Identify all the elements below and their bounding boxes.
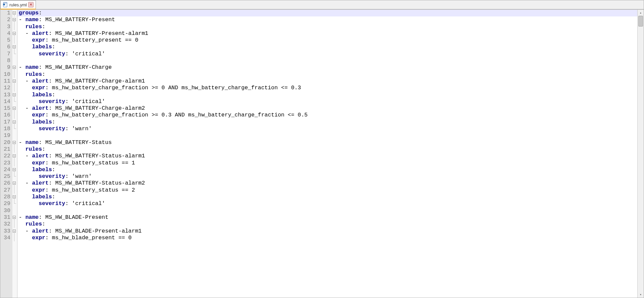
- code-token: :: [45, 112, 52, 118]
- code-token: :: [52, 166, 55, 173]
- code-line[interactable]: rules:: [17, 71, 637, 78]
- code-line[interactable]: expr: ms_hw_battery_status == 1: [17, 160, 637, 166]
- code-token: expr: [32, 187, 45, 193]
- code-line[interactable]: expr: ms_hw_blade_present == 0: [17, 235, 637, 241]
- code-line[interactable]: expr: ms_hw_battery_charge_fraction >= 0…: [17, 85, 637, 91]
- fold-cell[interactable]: [12, 44, 17, 50]
- vertical-scrollbar[interactable]: ▴ ▾: [637, 10, 644, 298]
- fold-cell[interactable]: [12, 10, 17, 16]
- code-token: :: [42, 221, 45, 227]
- code-token: rules: [25, 146, 42, 152]
- code-line[interactable]: labels:: [17, 194, 637, 200]
- line-number: 27: [4, 187, 10, 194]
- code-line[interactable]: expr: ms_hw_battery_charge_fraction >= 0…: [17, 112, 637, 118]
- fold-gutter[interactable]: [12, 10, 17, 298]
- code-line[interactable]: - name: MS_HW_BATTERY-Status: [17, 139, 637, 146]
- code-token: MS_HW_BATTERY-Charge: [45, 64, 112, 70]
- code-line[interactable]: labels:: [17, 166, 637, 173]
- fold-cell[interactable]: [12, 153, 17, 159]
- code-area[interactable]: groups:- name: MS_HW_BATTERY-Present rul…: [17, 10, 637, 298]
- code-token: labels: [32, 194, 52, 200]
- code-line[interactable]: severity: 'critical': [17, 51, 637, 57]
- fold-cell[interactable]: [12, 214, 17, 221]
- fold-cell[interactable]: [12, 119, 17, 126]
- code-token: rules: [25, 221, 42, 227]
- code-line[interactable]: - name: MS_HW_BATTERY-Present: [17, 16, 637, 23]
- code-token: [19, 235, 32, 241]
- code-line[interactable]: severity: 'warn': [17, 173, 637, 180]
- code-token: [19, 112, 32, 118]
- code-line[interactable]: labels:: [17, 119, 637, 126]
- fold-cell[interactable]: [12, 105, 17, 112]
- code-token: groups: [19, 10, 39, 16]
- code-line[interactable]: - alert: MS_HW_BATTERY-Status-alarm2: [17, 180, 637, 187]
- code-line[interactable]: [17, 207, 637, 214]
- code-token: MS_HW_BATTERY-Status-alarm1: [55, 153, 145, 159]
- code-line[interactable]: - alert: MS_HW_BATTERY-Status-alarm1: [17, 153, 637, 159]
- fold-cell[interactable]: [12, 180, 17, 187]
- line-number: 22: [4, 153, 10, 159]
- line-number: 4: [4, 30, 10, 37]
- code-token: [19, 85, 32, 91]
- svg-rect-1: [3, 2, 7, 4]
- tab-bar: rules.yml ✕: [0, 0, 644, 9]
- code-line[interactable]: rules:: [17, 221, 637, 228]
- code-token: name: [25, 16, 39, 23]
- code-token: MS_HW_BATTERY-Present-alarm1: [55, 30, 148, 37]
- fold-cell[interactable]: [12, 64, 17, 71]
- code-line[interactable]: [17, 132, 637, 139]
- fold-cell[interactable]: [12, 166, 17, 173]
- code-line[interactable]: severity: 'critical': [17, 98, 637, 105]
- code-line[interactable]: severity: 'warn': [17, 126, 637, 132]
- scrollbar-thumb[interactable]: [638, 16, 643, 27]
- svg-rect-2: [3, 4, 5, 5]
- code-token: :: [52, 194, 55, 200]
- fold-cell[interactable]: [12, 194, 17, 200]
- code-token: MS_HW_BLADE-Present-alarm1: [55, 228, 142, 234]
- scrollbar-track[interactable]: [638, 16, 644, 292]
- code-line[interactable]: - alert: MS_HW_BATTERY-Present-alarm1: [17, 30, 637, 37]
- fold-cell[interactable]: [12, 92, 17, 98]
- code-line[interactable]: [17, 57, 637, 64]
- code-line[interactable]: expr: ms_hw_battery_present == 0: [17, 37, 637, 44]
- code-token: :: [42, 146, 45, 152]
- fold-cell: [12, 85, 17, 91]
- fold-cell[interactable]: [12, 30, 17, 37]
- code-token: -: [19, 16, 25, 23]
- code-line[interactable]: - alert: MS_HW_BLADE-Present-alarm1: [17, 228, 637, 235]
- code-line[interactable]: labels:: [17, 44, 637, 50]
- code-line[interactable]: rules:: [17, 23, 637, 30]
- fold-cell: [12, 207, 17, 214]
- code-token: :: [49, 30, 55, 37]
- fold-cell: [12, 200, 17, 207]
- code-token: alert: [32, 30, 49, 37]
- code-line[interactable]: labels:: [17, 92, 637, 98]
- code-token: rules: [25, 71, 42, 78]
- close-icon[interactable]: ✕: [28, 2, 34, 7]
- code-line[interactable]: groups:: [17, 10, 637, 16]
- code-token: -: [19, 30, 32, 37]
- line-number: 10: [4, 71, 10, 78]
- file-tab[interactable]: rules.yml ✕: [0, 0, 36, 9]
- code-token: 'critical': [72, 200, 105, 207]
- fold-cell[interactable]: [12, 78, 17, 85]
- code-line[interactable]: expr: ms_hw_battery_status == 2: [17, 187, 637, 194]
- code-token: :: [49, 180, 55, 186]
- code-line[interactable]: - name: MS_HW_BLADE-Present: [17, 214, 637, 221]
- code-token: -: [19, 64, 25, 70]
- code-line[interactable]: - name: MS_HW_BATTERY-Charge: [17, 64, 637, 71]
- line-number-gutter: 1234567891011121314151617181920212223242…: [0, 10, 12, 298]
- code-line[interactable]: - alert: MS_HW_BATTERY-Charge-alarm1: [17, 78, 637, 85]
- code-line[interactable]: rules:: [17, 146, 637, 153]
- code-line[interactable]: severity: 'critical': [17, 200, 637, 207]
- scroll-down-icon[interactable]: ▾: [638, 292, 644, 298]
- code-token: :: [65, 51, 72, 57]
- fold-cell: [12, 112, 17, 118]
- fold-cell[interactable]: [12, 228, 17, 235]
- code-line[interactable]: - alert: MS_HW_BATTERY-Charge-alarm2: [17, 105, 637, 112]
- fold-cell[interactable]: [12, 139, 17, 146]
- line-number: 16: [4, 112, 10, 118]
- line-number: 32: [4, 221, 10, 228]
- fold-cell[interactable]: [12, 16, 17, 23]
- scroll-up-icon[interactable]: ▴: [638, 10, 644, 16]
